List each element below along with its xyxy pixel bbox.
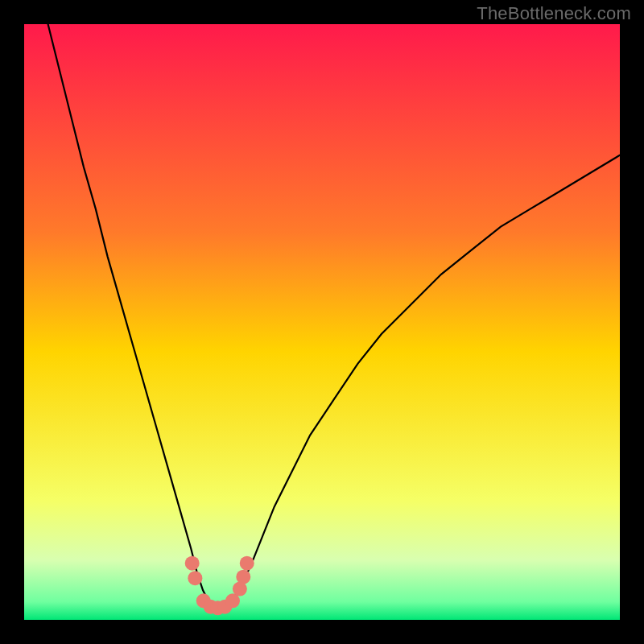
data-marker — [188, 571, 202, 585]
heat-gradient-background — [24, 24, 620, 620]
watermark-text: TheBottleneck.com — [477, 3, 631, 24]
data-marker — [240, 556, 254, 571]
chart-container: TheBottleneck.com — [0, 0, 644, 644]
data-marker — [185, 556, 200, 571]
bottleneck-curve-chart — [24, 24, 620, 620]
data-marker — [236, 570, 250, 584]
